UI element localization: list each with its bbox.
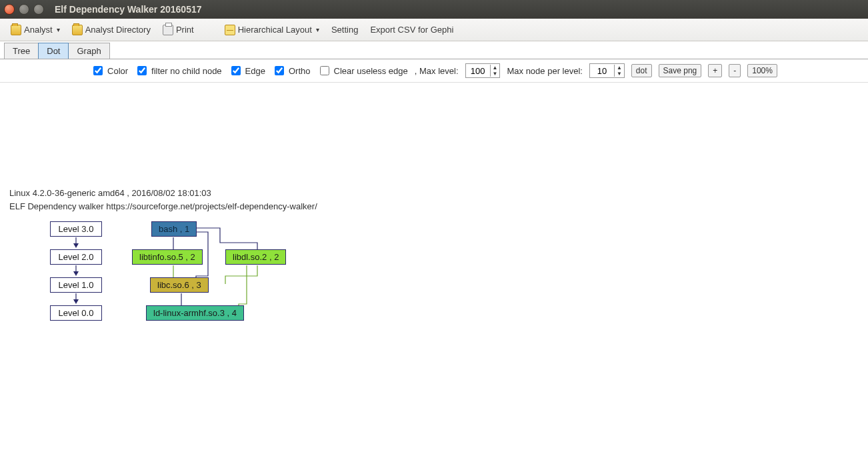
- filter-checkbox[interactable]: filter no child node: [135, 64, 222, 77]
- node-libc[interactable]: libc.so.6 , 3: [150, 277, 209, 293]
- max-node-spinner[interactable]: ▲▼: [589, 63, 625, 78]
- chevron-up-icon[interactable]: ▲: [615, 65, 624, 71]
- save-png-button[interactable]: Save png: [659, 64, 702, 77]
- layout-icon: [225, 25, 235, 35]
- zoom-level-button[interactable]: 100%: [747, 64, 777, 77]
- tab-tree[interactable]: Tree: [4, 43, 39, 59]
- level-2-box: Level 2.0: [50, 249, 102, 265]
- analyst-directory-button[interactable]: Analyst Directory: [71, 23, 152, 37]
- tab-graph[interactable]: Graph: [68, 43, 109, 59]
- max-level-label: , Max level:: [415, 66, 459, 76]
- main-toolbar: Analyst ▾ Analyst Directory Print Hierar…: [0, 19, 868, 41]
- edge-checkbox[interactable]: Edge: [229, 64, 265, 77]
- window-title: Elf Dependency Walker 20160517: [55, 4, 202, 15]
- maximize-icon[interactable]: [33, 4, 44, 15]
- max-node-label: Max node per level:: [507, 66, 582, 76]
- node-libdl[interactable]: libdl.so.2 , 2: [225, 249, 286, 265]
- level-0-box: Level 0.0: [50, 305, 102, 321]
- max-level-input[interactable]: [466, 64, 490, 77]
- print-icon: [163, 25, 173, 35]
- chevron-down-icon: ▾: [57, 26, 60, 33]
- folder-icon: [72, 25, 83, 35]
- project-info-line: ELF Dependency walker https://sourceforg…: [9, 201, 317, 211]
- analyst-menu[interactable]: Analyst ▾: [9, 23, 61, 37]
- svg-marker-3: [73, 271, 79, 276]
- analyst-dir-label: Analyst Directory: [85, 25, 151, 35]
- window-titlebar: Elf Dependency Walker 20160517: [0, 0, 868, 19]
- node-libtinfo[interactable]: libtinfo.so.5 , 2: [132, 249, 203, 265]
- ortho-label: Ortho: [289, 66, 311, 76]
- edge-label: Edge: [245, 66, 265, 76]
- svg-marker-1: [73, 243, 79, 248]
- setting-label: Setting: [331, 25, 358, 35]
- minimize-icon[interactable]: [19, 4, 29, 15]
- options-bar: Color filter no child node Edge Ortho Cl…: [0, 59, 868, 83]
- clear-edge-checkbox[interactable]: Clear useless edge: [317, 64, 408, 77]
- max-level-spinner[interactable]: ▲▼: [465, 63, 501, 78]
- clear-edge-label: Clear useless edge: [334, 66, 408, 76]
- zoom-out-button[interactable]: -: [729, 64, 741, 77]
- color-checkbox[interactable]: Color: [91, 64, 128, 77]
- folder-icon: [11, 25, 21, 35]
- chevron-down-icon[interactable]: ▼: [491, 71, 500, 77]
- ortho-checkbox[interactable]: Ortho: [272, 64, 311, 77]
- print-label: Print: [176, 25, 194, 35]
- export-csv-button[interactable]: Export CSV for Gephi: [369, 23, 455, 37]
- chevron-down-icon[interactable]: ▼: [615, 71, 624, 77]
- hierarchical-layout-menu[interactable]: Hierarchical Layout ▾: [223, 23, 321, 37]
- tab-dot[interactable]: Dot: [38, 43, 69, 59]
- chevron-up-icon[interactable]: ▲: [491, 65, 500, 71]
- print-button[interactable]: Print: [161, 23, 195, 37]
- filter-label: filter no child node: [151, 66, 222, 76]
- chevron-down-icon: ▾: [316, 26, 319, 33]
- level-3-box: Level 3.0: [50, 221, 102, 237]
- system-info-line: Linux 4.2.0-36-generic amd64 , 2016/08/0…: [9, 188, 211, 198]
- dot-button[interactable]: dot: [631, 64, 652, 77]
- node-ldlinux[interactable]: ld-linux-armhf.so.3 , 4: [146, 305, 244, 321]
- tab-bar: Tree Dot Graph: [0, 41, 868, 59]
- node-bash[interactable]: bash , 1: [151, 221, 197, 237]
- close-icon[interactable]: [4, 4, 15, 15]
- hier-layout-label: Hierarchical Layout: [238, 25, 312, 35]
- level-1-box: Level 1.0: [50, 277, 102, 293]
- svg-marker-5: [73, 299, 79, 304]
- export-csv-label: Export CSV for Gephi: [370, 25, 453, 35]
- setting-button[interactable]: Setting: [330, 23, 359, 37]
- color-label: Color: [107, 66, 128, 76]
- max-node-input[interactable]: [590, 64, 614, 77]
- zoom-in-button[interactable]: +: [708, 64, 722, 77]
- analyst-label: Analyst: [24, 25, 53, 35]
- graph-canvas[interactable]: Linux 4.2.0-36-generic amd64 , 2016/08/0…: [0, 83, 868, 450]
